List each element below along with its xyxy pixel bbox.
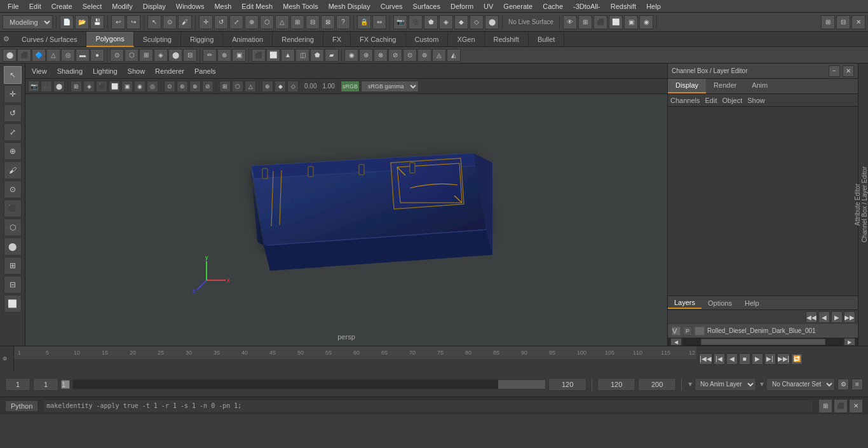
- menu-mesh-tools[interactable]: Mesh Tools: [278, 1, 323, 11]
- prev-frame-btn[interactable]: |◀: [714, 353, 725, 365]
- shape2-3[interactable]: ⊞: [139, 49, 153, 62]
- next-frame-btn[interactable]: ▶|: [764, 353, 776, 365]
- timeline-collapse-btn[interactable]: ⚙: [0, 346, 14, 372]
- current-frame-input2[interactable]: [33, 378, 58, 391]
- menu-uv[interactable]: UV: [478, 1, 498, 11]
- cb-close-btn[interactable]: ✕: [843, 65, 854, 77]
- tab-fx-caching[interactable]: FX Caching: [351, 32, 405, 47]
- render4-btn[interactable]: ◇: [470, 15, 484, 29]
- loop-btn[interactable]: 🔁: [791, 353, 803, 365]
- vis4-btn[interactable]: ◉: [639, 15, 653, 29]
- vp-cam3[interactable]: ⬤: [53, 81, 65, 92]
- window-btn2[interactable]: ⬛: [834, 399, 848, 413]
- shape4-3[interactable]: ▲: [281, 49, 295, 62]
- layers-tab-layers[interactable]: Layers: [668, 297, 702, 309]
- layers-prev-btn[interactable]: ◀◀: [806, 311, 817, 323]
- shape2-1[interactable]: ⊙: [110, 49, 124, 62]
- layout3[interactable]: ⬜: [4, 295, 22, 313]
- xray-btn[interactable]: 👁: [563, 15, 577, 29]
- camera2-btn[interactable]: 🎥: [409, 15, 423, 29]
- menu-surfaces[interactable]: Surfaces: [408, 1, 445, 11]
- menu-redshift[interactable]: Redshift: [606, 1, 641, 11]
- shape5-4[interactable]: ⊘: [388, 49, 402, 62]
- transform-btn[interactable]: ⊕: [245, 15, 259, 29]
- stop-btn[interactable]: ■: [739, 353, 750, 365]
- vp-menu-shading[interactable]: Shading: [55, 67, 85, 75]
- layer-playback[interactable]: P: [683, 327, 692, 336]
- lock-btn[interactable]: 🔒: [357, 15, 371, 29]
- cylinder-btn[interactable]: 🔷: [32, 49, 46, 62]
- snap6-btn[interactable]: ?: [336, 15, 350, 29]
- python-mode-label[interactable]: Python: [5, 400, 38, 412]
- menu-select[interactable]: Select: [78, 1, 107, 11]
- menu-deform[interactable]: Deform: [445, 1, 478, 11]
- box-tool[interactable]: ⬛: [4, 200, 22, 217]
- camera1-btn[interactable]: 📷: [393, 15, 407, 29]
- move-btn[interactable]: ✛: [199, 15, 213, 29]
- tab-custom[interactable]: Custom: [406, 32, 449, 47]
- menu-windows[interactable]: Windows: [171, 1, 210, 11]
- vp-smooth[interactable]: △: [245, 81, 256, 92]
- command-input[interactable]: [43, 400, 813, 412]
- tab-redshift[interactable]: Redshift: [485, 32, 529, 47]
- vp-cam1[interactable]: 📷: [28, 81, 39, 92]
- colorspace-btn[interactable]: sRGB: [341, 81, 360, 92]
- shape5-1[interactable]: ◉: [344, 49, 358, 62]
- timeline-ruler[interactable]: 1 5 10 15 20 25 30 35 40 45 50 55 60 65 …: [14, 346, 696, 372]
- win3-btn[interactable]: ✕: [851, 15, 865, 29]
- frame-range-slider[interactable]: [72, 379, 546, 390]
- cb-menu-object[interactable]: Object: [722, 97, 742, 104]
- anim-settings-btn[interactable]: ⚙: [837, 379, 849, 390]
- shape4-4[interactable]: ◫: [295, 49, 309, 62]
- scrollbar-thumb[interactable]: [701, 339, 825, 345]
- vp-gamma[interactable]: ◇: [287, 81, 299, 92]
- menu-generate[interactable]: Generate: [498, 1, 538, 11]
- snap2-btn[interactable]: △: [275, 15, 289, 29]
- menu-create[interactable]: Create: [46, 1, 78, 11]
- menu-file[interactable]: File: [3, 1, 24, 11]
- menu-edit[interactable]: Edit: [24, 1, 46, 11]
- shape2-4[interactable]: ◈: [154, 49, 168, 62]
- select-tool[interactable]: ↖: [4, 66, 22, 84]
- menu-edit-mesh[interactable]: Edit Mesh: [236, 1, 278, 11]
- render3-btn[interactable]: ◆: [454, 15, 468, 29]
- tab-sculpting[interactable]: Sculpting: [134, 32, 181, 47]
- rotate-btn[interactable]: ↺: [214, 15, 228, 29]
- cube-btn[interactable]: ⬛: [17, 49, 31, 62]
- shape4-1[interactable]: ⬛: [252, 49, 266, 62]
- tab-settings-icon[interactable]: ⚙: [0, 32, 13, 47]
- menu-help[interactable]: Help: [641, 1, 666, 11]
- vis1-btn[interactable]: ⬛: [593, 15, 607, 29]
- tab-curves-surfaces[interactable]: Curves / Surfaces: [13, 32, 86, 47]
- prev-key-btn[interactable]: |◀◀: [699, 353, 712, 365]
- render1-btn[interactable]: ⬟: [424, 15, 438, 29]
- vp-xray[interactable]: ⊛: [177, 81, 188, 92]
- vp-x[interactable]: ⬛: [96, 81, 107, 92]
- menu-mesh-display[interactable]: Mesh Display: [323, 1, 376, 11]
- scroll-left-btn[interactable]: ◀: [670, 338, 682, 346]
- win1-btn[interactable]: ⊞: [821, 15, 835, 29]
- lasso-tool[interactable]: ⊙: [4, 180, 22, 198]
- vis3-btn[interactable]: ▣: [624, 15, 638, 29]
- character-set-dropdown[interactable]: No Character Set: [766, 378, 835, 391]
- paint-tool[interactable]: 🖌: [4, 161, 22, 179]
- tab-fx[interactable]: FX: [323, 32, 351, 47]
- shape5-6[interactable]: ⊚: [417, 49, 431, 62]
- win2-btn[interactable]: ⊟: [836, 15, 850, 29]
- workspace-dropdown[interactable]: Modeling: [3, 15, 53, 29]
- vp-light[interactable]: ◉: [134, 81, 146, 92]
- vp-shaded[interactable]: ⬜: [109, 81, 120, 92]
- symmetry-btn[interactable]: ⇔: [372, 15, 386, 29]
- grid-btn[interactable]: ⊞: [578, 15, 592, 29]
- render5-btn[interactable]: ⬤: [485, 15, 499, 29]
- snap1-btn[interactable]: ⬡: [260, 15, 274, 29]
- deform-tool[interactable]: ⬤: [4, 238, 22, 255]
- tab-rendering[interactable]: Rendering: [273, 32, 323, 47]
- save-btn[interactable]: 💾: [90, 15, 104, 29]
- lasso-btn[interactable]: ⊙: [163, 15, 177, 29]
- window-btn1[interactable]: ⊞: [818, 399, 832, 413]
- render2-btn[interactable]: ◈: [439, 15, 453, 29]
- vp-shadow[interactable]: ◎: [147, 81, 158, 92]
- shape5-2[interactable]: ⊛: [359, 49, 373, 62]
- vp-aa[interactable]: ⬡: [232, 81, 243, 92]
